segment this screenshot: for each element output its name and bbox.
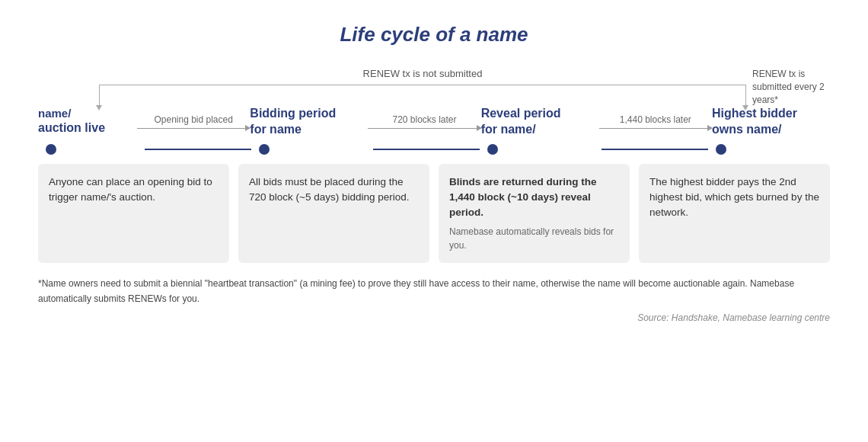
- info-box-4-text: The highest bidder pays the 2nd highest …: [649, 176, 819, 219]
- stage-3-subtitle: for name/: [481, 122, 599, 138]
- connector-1-line: [137, 128, 250, 129]
- stage-1-header: name/ auction live: [38, 107, 137, 136]
- source-attribution: Source: Handshake, Namebase learning cen…: [30, 312, 838, 323]
- dot-1: [46, 144, 56, 155]
- connector-2: 720 blocks later: [368, 114, 480, 129]
- info-box-3-subnote: Namebase automatically reveals bids for …: [449, 225, 619, 252]
- connector-3-label: 1,440 blocks later: [620, 114, 691, 125]
- stage-4-subtitle: owns name/: [712, 122, 830, 138]
- stage-1-title: name/: [38, 107, 71, 120]
- main-timeline: name/ auction live Opening bid placed Bi…: [30, 106, 838, 138]
- connector-3: 1,440 blocks later: [599, 114, 712, 129]
- stage-4-header: Highest bidder owns name/: [712, 106, 830, 138]
- stage-2-subtitle: for name: [250, 122, 368, 138]
- dot-3: [487, 144, 498, 155]
- page-title: Life cycle of a name: [30, 23, 838, 46]
- renewal-arc-left-vert: [99, 85, 100, 107]
- info-box-3: Blinds are returned during the 1,440 blo…: [439, 164, 630, 264]
- renewal-arc: RENEW tx is not submitted: [99, 68, 746, 107]
- renewal-arc-right-arrow: [742, 105, 748, 110]
- connector-2-label: 720 blocks later: [392, 114, 456, 125]
- renewal-arc-section: RENEW tx is not submitted RENEW tx is su…: [30, 68, 838, 107]
- info-box-2-text: All bids must be placed during the 720 b…: [249, 176, 410, 203]
- stage-1-subtitle: auction live: [38, 120, 137, 136]
- info-box-4: The highest bidder pays the 2nd highest …: [639, 164, 830, 264]
- stage-2-header: Bidding period for name: [250, 106, 368, 138]
- dot-line-2: [373, 149, 480, 150]
- dots-row: [30, 138, 838, 161]
- dot-line-1: [145, 149, 251, 150]
- renewal-arc-left-arrow: [96, 105, 102, 110]
- renewal-center-label: RENEW tx is not submitted: [363, 68, 483, 79]
- stage-4-title: Highest bidder: [712, 106, 830, 122]
- stage-2-title: Bidding period: [250, 106, 368, 122]
- dot-2: [259, 144, 270, 155]
- connector-1-label: Opening bid placed: [154, 114, 232, 125]
- info-box-2: All bids must be placed during the 720 b…: [238, 164, 429, 264]
- diagram-area: RENEW tx is not submitted RENEW tx is su…: [30, 68, 838, 263]
- info-boxes-row: Anyone can place an opening bid to trigg…: [30, 164, 838, 264]
- renewal-arc-right-vert: [745, 85, 746, 107]
- stage-3-header: Reveal period for name/: [481, 106, 599, 138]
- dot-line-3: [602, 149, 708, 150]
- info-box-3-text: Blinds are returned during the 1,440 blo…: [449, 176, 597, 219]
- connector-3-line: [599, 128, 712, 129]
- info-box-1: Anyone can place an opening bid to trigg…: [38, 164, 229, 264]
- connector-2-line: [368, 128, 480, 129]
- renewal-right-label: RENEW tx is submitted every 2 years*: [746, 68, 830, 106]
- renewal-arc-horizontal: [99, 85, 746, 85]
- connector-1: Opening bid placed: [137, 114, 250, 129]
- stage-3-title: Reveal period: [481, 106, 599, 122]
- footnote: *Name owners need to submit a biennial "…: [30, 277, 838, 306]
- info-box-1-text: Anyone can place an opening bid to trigg…: [49, 176, 212, 203]
- dot-4: [716, 144, 726, 155]
